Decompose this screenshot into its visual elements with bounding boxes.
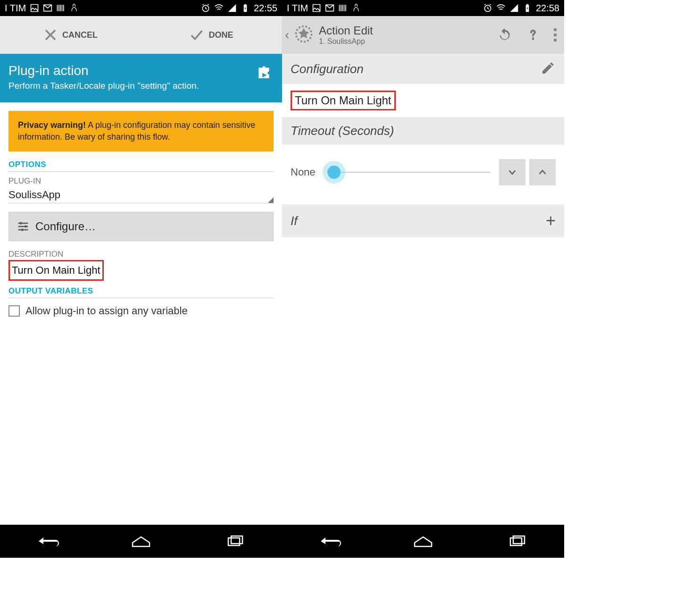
- content-area: Configuration Turn On Main Light Timeout…: [282, 54, 564, 525]
- mail-icon: [43, 3, 52, 13]
- status-bar: I TIM 22:58: [282, 0, 564, 16]
- done-button[interactable]: DONE: [141, 16, 282, 54]
- signal-icon: [227, 3, 237, 13]
- tasker-icon: [293, 24, 314, 46]
- svg-rect-9: [513, 536, 525, 544]
- configure-button[interactable]: Configure…: [8, 212, 274, 241]
- header-title: Plug-in action: [8, 63, 274, 78]
- help-icon[interactable]: [525, 27, 541, 42]
- barcode-icon: [56, 3, 66, 13]
- description-label: DESCRIPTION: [8, 250, 274, 259]
- svg-rect-1: [20, 222, 22, 225]
- carrier-label: I TIM: [5, 3, 26, 14]
- wifi-icon: [496, 3, 506, 13]
- back-chevron-icon[interactable]: ‹: [285, 27, 293, 42]
- clock-label: 22:55: [254, 3, 277, 14]
- svg-rect-8: [510, 538, 522, 545]
- allow-variable-checkbox[interactable]: Allow plug-in to assign any variable: [8, 305, 274, 317]
- timeout-slider[interactable]: [327, 172, 491, 173]
- alarm-icon: [201, 3, 210, 13]
- recent-nav-icon[interactable]: [503, 534, 531, 548]
- checkbox-icon: [8, 305, 20, 317]
- home-nav-icon[interactable]: [127, 534, 155, 548]
- decrease-button[interactable]: [499, 159, 525, 185]
- plugin-header: Plug-in action Perform a Tasker/Locale p…: [0, 54, 282, 102]
- done-label: DONE: [208, 30, 233, 40]
- action-bar: ‹ Action Edit 1. SoulissApp: [282, 16, 564, 54]
- privacy-warning: Privacy warning! A plug-in configuration…: [8, 111, 274, 151]
- description-value: Turn On Main Light: [8, 260, 104, 281]
- status-bar: I TIM 22:55: [0, 0, 282, 16]
- svg-rect-2: [25, 226, 27, 228]
- cancel-label: CANCEL: [62, 30, 98, 40]
- configure-label: Configure…: [35, 220, 96, 233]
- nav-bar: [0, 525, 282, 558]
- warning-bold: Privacy warning!: [18, 120, 86, 130]
- content-area: Privacy warning! A plug-in configuration…: [0, 102, 282, 525]
- battery-icon: [241, 3, 250, 13]
- picture-icon: [312, 3, 321, 13]
- back-nav-icon[interactable]: [33, 534, 61, 548]
- timeout-label: Timeout (Seconds): [291, 124, 394, 138]
- home-nav-icon[interactable]: [409, 534, 437, 548]
- plugin-field-label: PLUG-IN: [8, 176, 274, 186]
- undo-icon[interactable]: [497, 27, 512, 42]
- svg-rect-3: [22, 229, 24, 231]
- slider-thumb[interactable]: [327, 166, 341, 179]
- chevron-down-icon: [507, 167, 517, 177]
- timeout-slider-row: None: [282, 145, 564, 200]
- sliders-icon: [17, 220, 30, 233]
- checkbox-label: Allow plug-in to assign any variable: [25, 305, 188, 317]
- animal-icon: [351, 3, 361, 13]
- carrier-label: I TIM: [287, 3, 308, 14]
- phone-right: I TIM 22:58 ‹ Action Edit 1. SoulissApp: [282, 0, 564, 558]
- plugin-dropdown[interactable]: SoulissApp: [8, 186, 274, 203]
- puzzle-icon: [256, 63, 274, 83]
- increase-button[interactable]: [529, 159, 556, 185]
- svg-rect-5: [231, 536, 242, 544]
- configuration-value: Turn On Main Light: [291, 91, 396, 110]
- header-subtitle: Perform a Tasker/Locale plug-in "setting…: [8, 80, 274, 92]
- animal-icon: [69, 3, 79, 13]
- phone-left: I TIM 22:55 CANCEL DONE Plug-in action P…: [0, 0, 282, 558]
- picture-icon: [30, 3, 39, 13]
- page-subtitle: 1. SoulissApp: [319, 37, 497, 46]
- barcode-icon: [338, 3, 348, 13]
- edit-icon[interactable]: [541, 60, 556, 77]
- title-block: Action Edit 1. SoulissApp: [319, 24, 497, 46]
- clock-label: 22:58: [536, 3, 559, 14]
- plus-icon[interactable]: +: [546, 211, 556, 231]
- timeout-section: Timeout (Seconds): [282, 117, 564, 145]
- svg-rect-4: [228, 538, 240, 545]
- chevron-up-icon: [537, 167, 548, 177]
- if-label: If: [291, 214, 297, 228]
- battery-icon: [523, 3, 532, 13]
- timeout-value: None: [291, 166, 319, 178]
- back-nav-icon[interactable]: [315, 534, 343, 548]
- configuration-section[interactable]: Configuration: [282, 54, 564, 84]
- signal-icon: [509, 3, 519, 13]
- check-icon: [190, 28, 204, 42]
- if-section[interactable]: If +: [282, 204, 564, 237]
- overflow-menu-icon[interactable]: [554, 27, 557, 42]
- output-vars-header: OUTPUT VARIABLES: [8, 286, 274, 296]
- cancel-button[interactable]: CANCEL: [0, 16, 141, 54]
- page-title: Action Edit: [319, 24, 497, 37]
- mail-icon: [325, 3, 334, 13]
- alarm-icon: [483, 3, 492, 13]
- nav-bar: [282, 525, 564, 558]
- action-bar: CANCEL DONE: [0, 16, 282, 54]
- wifi-icon: [214, 3, 224, 13]
- configuration-label: Configuration: [291, 62, 364, 76]
- options-header: OPTIONS: [8, 160, 274, 169]
- close-icon: [43, 28, 58, 42]
- recent-nav-icon[interactable]: [221, 534, 249, 548]
